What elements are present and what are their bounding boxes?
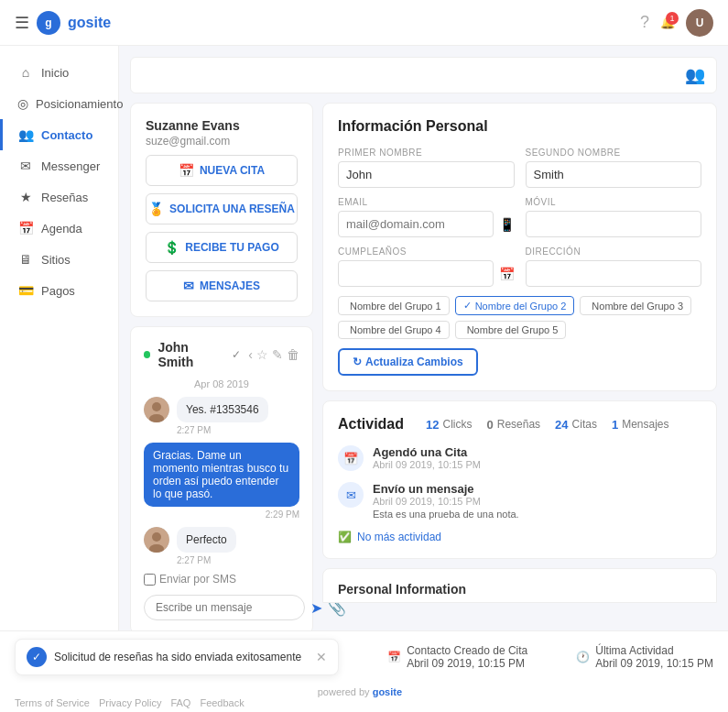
sidebar-item-inicio[interactable]: ⌂ Inicio (0, 57, 118, 88)
send-button[interactable]: ➤ (310, 599, 322, 617)
cards-row: Suzanne Evans suze@gmail.com 📅 NUEVA CIT… (130, 103, 717, 630)
sidebar-label-inicio: Inicio (41, 66, 69, 80)
last-activity-info: Última Actividad Abril 09 2019, 10:15 PM (595, 644, 713, 670)
online-indicator (144, 351, 150, 358)
mobile-icon[interactable]: 📱 (499, 217, 515, 232)
sidebar-label-pagos: Pagos (41, 284, 75, 298)
main-content: ⌂ Inicio ◎ Posicionamiento 👥 Contacto ✉ … (0, 46, 728, 630)
update-changes-button[interactable]: ↻ Actualiza Cambios (338, 348, 478, 376)
tag-1[interactable]: Nombre del Grupo 1 (338, 296, 450, 315)
star-icon: ★ (17, 190, 34, 204)
message-input[interactable] (144, 595, 305, 620)
add-contact-icon[interactable]: 👥 (685, 65, 705, 85)
email-input[interactable] (338, 211, 494, 237)
footer-links: Terms of Service Privacy Policy FAQ Feed… (15, 697, 713, 708)
tag-4[interactable]: Nombre del Grupo 4 (338, 321, 450, 339)
footer-bottom-links: powered by gosite Terms of Service Priva… (0, 683, 728, 712)
footer-last-activity: 🕐 Última Actividad Abril 09 2019, 10:15 … (576, 644, 713, 670)
message-row-3: Perfecto 2:27 PM (144, 527, 299, 565)
agenda-icon: 📅 (17, 221, 34, 236)
user-avatar[interactable]: U (686, 9, 713, 37)
address-input[interactable] (526, 260, 702, 287)
top-bar-right: ? 🔔 1 U (640, 9, 713, 37)
update-icon: ↻ (353, 356, 362, 368)
star-chat-icon[interactable]: ☆ (256, 347, 268, 362)
bell-badge: 1 (666, 12, 679, 25)
faq-link[interactable]: FAQ (170, 697, 190, 708)
terms-link[interactable]: Terms of Service (15, 697, 90, 708)
contact-card: Suzanne Evans suze@gmail.com 📅 NUEVA CIT… (130, 103, 313, 317)
activity-icon-2: ✉ (338, 482, 364, 508)
new-appointment-button[interactable]: 📅 NUEVA CITA (146, 155, 298, 186)
app-wrapper: ☰ g gosite ? 🔔 1 U ⌂ Inicio ◎ Posicionam… (0, 0, 728, 712)
sidebar-item-contacto[interactable]: 👥 Contacto (0, 119, 118, 150)
toast-close-button[interactable]: ✕ (316, 650, 327, 664)
clicks-num: 12 (426, 418, 439, 432)
toast-text: Solicitud de reseñas ha sido enviada exi… (54, 651, 301, 663)
sidebar-item-resenas[interactable]: ★ Reseñas (0, 181, 118, 213)
sms-checkbox[interactable] (144, 574, 156, 586)
clicks-label: Clicks (442, 418, 472, 431)
receive-payment-button[interactable]: 💲 RECIBE TU PAGO (146, 232, 298, 263)
sidebar-item-sitios[interactable]: 🖥 Sitios (0, 244, 118, 275)
hamburger-icon[interactable]: ☰ (15, 13, 29, 33)
top-bar-left: ☰ g gosite (15, 11, 111, 35)
sidebar-item-agenda[interactable]: 📅 Agenda (0, 213, 118, 244)
help-icon[interactable]: ? (640, 13, 649, 32)
update-label: Actualiza Cambios (365, 356, 463, 368)
sms-checkbox-row: Enviar por SMS (144, 573, 299, 586)
first-name-group: PRIMER NOMBRE (338, 148, 515, 188)
resenas-label: Reseñas (497, 418, 540, 431)
birthday-input[interactable] (338, 260, 494, 287)
message-bubble-sent: Gracias. Dame un momento mientras busco … (144, 443, 299, 507)
tag-2[interactable]: ✓ Nombre del Grupo 2 (455, 296, 575, 315)
privacy-link[interactable]: Privacy Policy (99, 697, 161, 708)
message-bubble: Yes. #1353546 (177, 397, 268, 422)
check-circle-icon: ✅ (338, 531, 352, 543)
toast-check-icon: ✓ (27, 647, 47, 667)
contact-email: suze@gmail.com (146, 135, 298, 148)
message-time: 2:27 PM (177, 425, 268, 435)
edit-chat-icon[interactable]: ✎ (272, 347, 283, 362)
sidebar-item-pagos[interactable]: 💳 Pagos (0, 275, 118, 306)
prev-chat-icon[interactable]: ‹ (248, 347, 253, 362)
powered-by-text: powered by (318, 686, 370, 697)
email-row: 📱 (338, 211, 515, 237)
messages-button[interactable]: ✉ MENSAJES (146, 270, 298, 301)
avatar-2 (144, 527, 169, 553)
notifications-bell[interactable]: 🔔 1 (660, 16, 675, 29)
footer-logo: gosite (373, 686, 402, 697)
activity-time-2: Abril 09 2019, 10:15 PM (373, 496, 519, 507)
tag-4-label: Nombre del Grupo 4 (350, 324, 441, 335)
messages-icon: ✉ (183, 279, 194, 293)
activity-item-1: 📅 Agendó una Cita Abril 09 2019, 10:15 P… (338, 445, 701, 471)
stat-citas: 24 Citas (555, 418, 597, 432)
chat-contact-name: John Smith (158, 340, 223, 369)
tag-5-label: Nombre del Grupo 5 (467, 324, 559, 335)
tag-3[interactable]: Nombre del Grupo 3 (580, 296, 691, 315)
chat-header: John Smith ✓ ‹ ☆ ✎ 🗑 (144, 340, 299, 369)
delete-chat-icon[interactable]: 🗑 (287, 347, 299, 362)
sidebar-label-posicionamiento: Posicionamiento (36, 97, 123, 111)
activity-card: Actividad 12 Clicks 0 Reseñas 24 (322, 400, 717, 559)
last-name-input[interactable] (526, 161, 702, 188)
activity-text-1: Agendó una Cita (373, 445, 481, 459)
sidebar-item-posicionamiento[interactable]: ◎ Posicionamiento (0, 88, 118, 119)
tag-5[interactable]: Nombre del Grupo 5 (455, 321, 567, 339)
email-mobile-row: EMAIL 📱 MÓVIL (338, 197, 701, 237)
first-name-input[interactable] (338, 161, 515, 188)
mobile-input[interactable] (526, 211, 702, 237)
mensajes-num: 1 (612, 418, 618, 432)
request-review-button[interactable]: 🏅 SOLICITA UNA RESEÑA (146, 193, 298, 225)
message-row-sent: Gracias. Dame un momento mientras busco … (144, 443, 299, 520)
last-name-group: SEGUNDO NOMBRE (526, 148, 702, 188)
contact-created-label: Contacto Creado de Cita (407, 644, 527, 657)
calendar-birthday-icon[interactable]: 📅 (499, 267, 515, 281)
citas-label: Citas (572, 418, 597, 431)
no-more-activity: ✅ No más actividad (338, 531, 701, 543)
feedback-link[interactable]: Feedback (200, 697, 244, 708)
footer-contact-info: 📅 Contacto Creado de Cita Abril 09 2019,… (387, 644, 527, 670)
sidebar-item-messenger[interactable]: ✉ Messenger (0, 150, 118, 181)
activity-item-2: ✉ Envío un mensaje Abril 09 2019, 10:15 … (338, 482, 701, 520)
stat-resenas: 0 Reseñas (486, 418, 540, 432)
